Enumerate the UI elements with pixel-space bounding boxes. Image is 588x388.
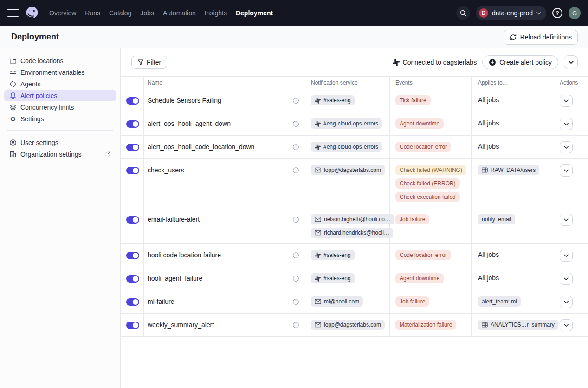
policy-enabled-toggle[interactable] [126,167,139,174]
event-badge: Agent downtime [395,273,444,283]
row-actions-button[interactable] [560,319,573,331]
applies-to-label: All jobs [478,96,499,104]
chevron-down-icon [564,301,569,304]
chevron-down-icon [564,254,569,257]
info-icon[interactable] [292,275,299,282]
help-button[interactable]: ? [552,8,562,18]
info-icon[interactable] [292,166,299,174]
alert-policies-main: Filter Connected to dagsterlabs Create a… [121,48,588,388]
policy-enabled-toggle[interactable] [126,322,139,329]
events-cell: Job failure [390,208,472,243]
info-icon[interactable] [292,143,299,151]
row-actions-button[interactable] [560,95,573,107]
notification-pill: #eng-cloud-ops-errors [311,142,382,152]
chevron-down-icon [564,123,569,126]
nav-item-insights[interactable]: Insights [205,9,227,17]
info-icon[interactable] [292,298,299,305]
applies-to-pill: ANALYTICS…r_summary [478,320,558,330]
actions-cell [555,244,588,267]
applies-to-cell: alert_team: ml [472,290,555,313]
create-alert-policy-button[interactable]: Create alert policy [482,55,558,69]
primary-nav: OverviewRunsCatalogJobsAutomationInsight… [49,9,273,17]
policy-enabled-toggle[interactable] [126,120,139,128]
row-actions-button[interactable] [560,118,573,130]
actions-cell [555,290,588,313]
sidebar-item-environment-variables[interactable]: Environment variables [4,66,116,78]
info-icon[interactable] [292,97,299,104]
sidebar-main-items: Code locationsEnvironment variablesAgent… [0,55,120,125]
policy-name: hooli code location failure [148,251,221,259]
info-icon[interactable] [292,251,299,259]
nav-item-deployment[interactable]: Deployment [236,9,273,17]
notification-cell: lopp@dagsterlabs.com [306,314,390,336]
info-icon[interactable] [292,120,299,127]
sidebar-item-code-locations[interactable]: Code locations [4,55,116,66]
nav-item-automation[interactable]: Automation [163,9,196,17]
policy-name: ml-failure [148,298,174,306]
row-actions-button[interactable] [560,141,573,153]
policy-enabled-toggle[interactable] [126,144,139,151]
nav-item-runs[interactable]: Runs [85,9,100,17]
sidebar-item-alert-policies[interactable]: Alert policies [4,90,116,101]
page-header: Deployment Reload definitions [0,26,588,48]
sidebar-item-agents[interactable]: Agents [4,78,116,90]
filter-button[interactable]: Filter [131,56,167,69]
row-actions-button[interactable] [560,250,573,262]
hamburger-menu-icon[interactable] [7,9,19,17]
table-row: alert_ops_hooli_code_location_down#eng-c… [121,136,588,159]
nav-item-jobs[interactable]: Jobs [140,9,154,17]
applies-to-cell: All jobs [472,244,555,267]
policy-enabled-toggle[interactable] [126,216,139,224]
applies-to-label: All jobs [478,143,499,150]
name-cell: ml-failure [144,290,306,313]
slack-connection-label: Connected to dagsterlabs [403,59,477,66]
sidebar-item-user-settings[interactable]: User settings [4,137,116,148]
column-header: Actions [555,77,588,89]
toggle-cell [121,267,144,290]
actions-cell [555,112,588,135]
policy-enabled-toggle[interactable] [126,275,139,283]
bell-icon [9,92,17,99]
email-icon [315,230,321,236]
reload-definitions-button[interactable]: Reload definitions [504,30,578,45]
dagster-logo-icon[interactable] [25,6,39,20]
row-actions-button[interactable] [560,164,573,177]
applies-to-cell: All jobs [472,112,555,135]
folder-icon [9,57,17,65]
slack-icon [315,144,321,150]
policy-name: hooli_agent_failure [148,275,202,283]
more-actions-button[interactable] [564,55,578,69]
info-icon[interactable] [292,321,299,329]
event-badge: Check failed (ERROR) [395,178,460,189]
row-actions-button[interactable] [560,214,573,226]
info-icon[interactable] [292,216,299,223]
policy-enabled-toggle[interactable] [126,252,139,259]
toggle-cell [121,208,144,243]
deployment-selector[interactable]: D data-eng-prod [476,6,546,20]
policy-name: check_users [148,166,184,174]
row-actions-button[interactable] [560,296,573,308]
layers-icon [9,104,17,111]
policy-name: alert_ops_hooli_agent_down [148,120,231,128]
search-button[interactable] [456,6,470,20]
alert-policies-table: NameNotification serviceEventsApplies to… [121,76,588,337]
sidebar-item-settings[interactable]: ⚙Settings [4,113,116,125]
sidebar-item-concurrency-limits[interactable]: Concurrency limits [4,101,116,113]
nav-item-overview[interactable]: Overview [49,9,76,17]
row-actions-button[interactable] [560,273,573,285]
applies-to-cell: All jobs [472,136,555,158]
sidebar-item-label: Alert policies [20,92,57,99]
policy-enabled-toggle[interactable] [126,97,139,105]
table-row: hooli_agent_failure#sales-engAgent downt… [121,267,588,290]
top-nav: OverviewRunsCatalogJobsAutomationInsight… [0,0,588,26]
table-row: Schedule Sensors Failing#sales-engTick f… [121,89,588,112]
applies-to-pill: notify: email [478,214,515,224]
chevron-down-icon [564,146,569,149]
user-avatar[interactable]: G [569,7,581,19]
policy-name: email-failture-alert [148,216,200,224]
policy-enabled-toggle[interactable] [126,298,139,306]
nav-item-catalog[interactable]: Catalog [109,9,131,17]
page-title: Deployment [11,32,59,42]
policy-name: weekly_summary_alert [148,321,214,329]
sidebar-item-organization-settings[interactable]: Organization settings [4,148,116,160]
